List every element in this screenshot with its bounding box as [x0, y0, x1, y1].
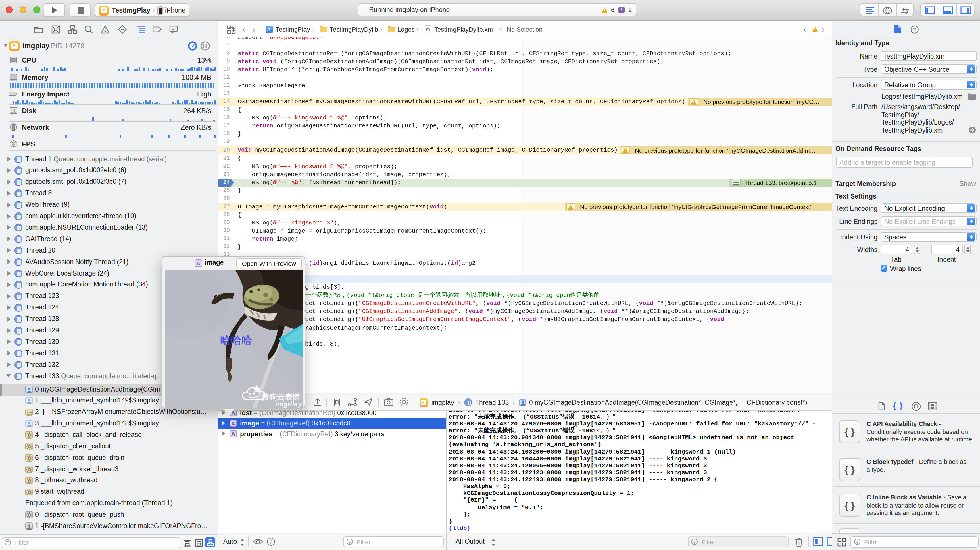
- svg-text:哈哈哈: 哈哈哈: [220, 334, 252, 346]
- svg-text:i: i: [270, 539, 271, 545]
- svg-text:?: ?: [913, 26, 916, 32]
- svg-text:imgPlay: imgPlay: [275, 400, 302, 408]
